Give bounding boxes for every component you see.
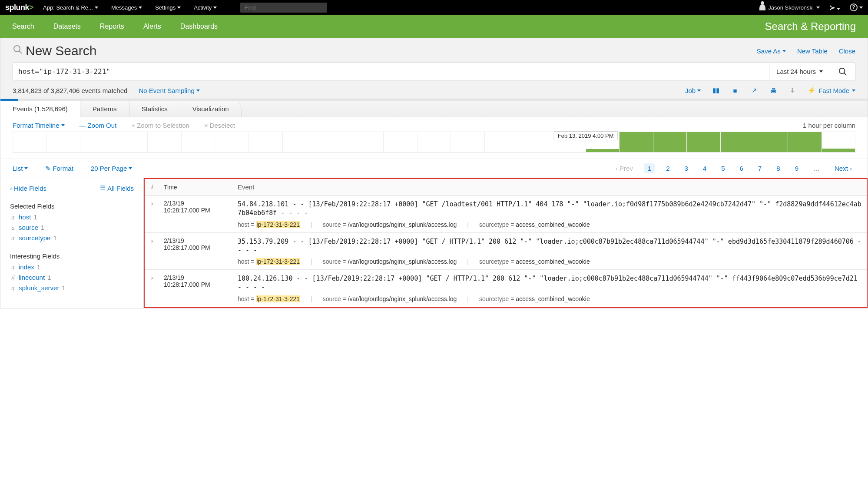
expand-icon[interactable]: › — [145, 195, 159, 233]
timeline-column[interactable] — [451, 132, 485, 152]
chevron-down-icon — [782, 50, 786, 52]
timeline-column[interactable] — [114, 132, 148, 152]
nav-datasets[interactable]: Datasets — [53, 23, 81, 30]
app-selector[interactable]: App: Search & Re... — [43, 4, 98, 11]
timeline-column[interactable] — [283, 132, 317, 152]
assist-icon[interactable]: ≻ — [829, 3, 840, 12]
meta-host[interactable]: host = ip-172-31-3-221 — [238, 295, 300, 302]
download-icon[interactable]: ⬇ — [788, 86, 796, 94]
col-time[interactable]: Time — [159, 179, 233, 195]
timeline-column[interactable] — [788, 132, 822, 152]
field-index[interactable]: aindex1 — [10, 263, 134, 271]
pager-page[interactable]: 5 — [718, 163, 728, 173]
timeline-column[interactable] — [518, 132, 552, 152]
save-as-button[interactable]: Save As — [757, 47, 786, 55]
meta-source[interactable]: source = /var/log/outlogs/nginx_splunk/a… — [323, 258, 457, 265]
timeline-column[interactable] — [47, 132, 81, 152]
pager-page[interactable]: 3 — [681, 163, 692, 173]
zoom-out[interactable]: — Zoom Out — [80, 122, 117, 129]
pager-page[interactable]: 1 — [644, 163, 655, 173]
meta-source[interactable]: source = /var/log/outlogs/nginx_splunk/a… — [323, 295, 457, 302]
global-find — [240, 3, 327, 13]
col-event: Event — [233, 179, 867, 195]
format-timeline[interactable]: Format Timeline — [13, 122, 65, 129]
field-type-icon: a — [10, 224, 16, 232]
nav-alerts[interactable]: Alerts — [143, 23, 161, 30]
menu-activity[interactable]: Activity — [194, 4, 217, 11]
pager-page[interactable]: 7 — [755, 163, 765, 173]
timeline[interactable]: Feb 13, 2019 4:00 PM — [13, 132, 855, 152]
nav-search[interactable]: Search — [12, 23, 34, 30]
timeline-column[interactable] — [417, 132, 451, 152]
meta-sourcetype[interactable]: sourcetype = access_combined_wcookie — [479, 258, 590, 265]
timeline-column[interactable] — [384, 132, 417, 152]
timeline-column[interactable] — [182, 132, 215, 152]
time-range-picker[interactable]: Last 24 hours — [769, 63, 830, 80]
timeline-column[interactable] — [687, 132, 721, 152]
timeline-column[interactable] — [316, 132, 350, 152]
all-fields[interactable]: ☰ All Fields — [100, 184, 134, 192]
find-input[interactable] — [240, 3, 327, 13]
pager-page[interactable]: 2 — [663, 163, 673, 173]
job-menu[interactable]: Job — [685, 87, 701, 94]
timeline-column[interactable] — [215, 132, 249, 152]
hide-fields[interactable]: ‹ Hide Fields — [10, 184, 46, 192]
search-mode[interactable]: ⚡ Fast Mode — [808, 86, 855, 94]
meta-host[interactable]: host = ip-172-31-3-221 — [238, 258, 300, 265]
field-splunk_server[interactable]: asplunk_server1 — [10, 284, 134, 292]
share-icon[interactable]: ↗ — [750, 86, 758, 94]
event-raw[interactable]: 35.153.79.209 - - [13/Feb/2019:22:28:17 … — [238, 237, 862, 255]
meta-host[interactable]: host = ip-172-31-3-221 — [238, 221, 300, 228]
tab-visualization[interactable]: Visualization — [180, 101, 242, 117]
print-icon[interactable]: 🖶 — [769, 87, 777, 94]
svg-point-0 — [14, 46, 20, 52]
timeline-column[interactable] — [620, 132, 653, 152]
view-list[interactable]: List — [13, 165, 28, 172]
timeline-column[interactable] — [249, 132, 283, 152]
help-menu[interactable]: ? — [850, 3, 863, 11]
timeline-column[interactable] — [754, 132, 788, 152]
search-input[interactable]: host="ip-172-31-3-221" — [13, 63, 769, 80]
pause-icon[interactable]: ▮▮ — [712, 86, 720, 94]
field-source[interactable]: asource1 — [10, 224, 134, 232]
search-button[interactable] — [830, 63, 855, 80]
menu-settings[interactable]: Settings — [155, 4, 181, 11]
field-sourcetype[interactable]: asourcetype1 — [10, 234, 134, 242]
timeline-column[interactable] — [13, 132, 47, 152]
timeline-column[interactable] — [148, 132, 182, 152]
user-menu[interactable]: Jason Skowronski — [759, 4, 820, 11]
event-raw[interactable]: 100.24.126.130 - - [13/Feb/2019:22:28:17… — [238, 274, 862, 292]
menu-messages[interactable]: Messages — [111, 4, 142, 11]
per-page[interactable]: 20 Per Page — [91, 165, 132, 172]
timeline-column[interactable] — [822, 132, 856, 152]
format-events[interactable]: ✎ Format — [45, 165, 73, 172]
meta-sourcetype[interactable]: sourcetype = access_combined_wcookie — [479, 221, 590, 228]
timeline-column[interactable] — [485, 132, 519, 152]
nav-reports[interactable]: Reports — [100, 23, 124, 30]
pager-next[interactable]: Next › — [831, 163, 855, 173]
event-sampling[interactable]: No Event Sampling — [139, 87, 199, 94]
tab-events[interactable]: Events (1,528,696) — [0, 101, 80, 117]
timeline-column[interactable] — [721, 132, 755, 152]
timeline-column[interactable] — [350, 132, 384, 152]
expand-icon[interactable]: › — [145, 270, 159, 307]
pager-page[interactable]: 6 — [736, 163, 747, 173]
logo[interactable]: splunk> — [5, 3, 33, 12]
field-host[interactable]: ahost1 — [10, 213, 134, 221]
pager-page[interactable]: 8 — [773, 163, 783, 173]
timeline-column[interactable] — [653, 132, 687, 152]
nav-dashboards[interactable]: Dashboards — [180, 23, 218, 30]
event-raw[interactable]: 54.84.218.101 - - [13/Feb/2019:22:28:17 … — [238, 200, 862, 218]
meta-source[interactable]: source = /var/log/outlogs/nginx_splunk/a… — [323, 221, 457, 228]
tab-statistics[interactable]: Statistics — [129, 101, 180, 117]
pager-page[interactable]: 9 — [792, 163, 802, 173]
stop-icon[interactable]: ■ — [731, 87, 739, 94]
expand-icon[interactable]: › — [145, 232, 159, 270]
close-button[interactable]: Close — [839, 47, 855, 55]
meta-sourcetype[interactable]: sourcetype = access_combined_wcookie — [479, 295, 590, 302]
field-linecount[interactable]: #linecount1 — [10, 274, 134, 282]
pager-page[interactable]: 4 — [699, 163, 710, 173]
tab-patterns[interactable]: Patterns — [80, 101, 129, 117]
new-table-button[interactable]: New Table — [797, 47, 828, 55]
timeline-column[interactable] — [80, 132, 114, 152]
